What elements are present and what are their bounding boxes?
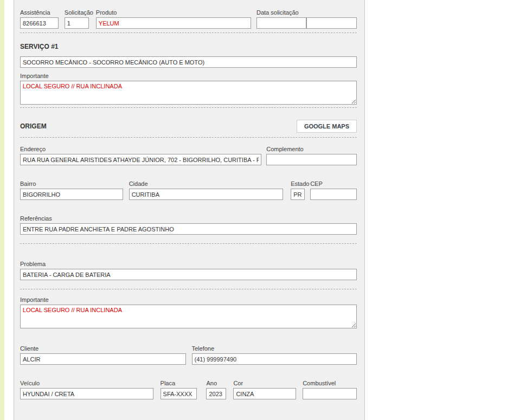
- origem-header-row: ORIGEM GOOGLE MAPS: [20, 120, 357, 133]
- bairro-row: Bairro Cidade Estado CEP: [20, 180, 357, 200]
- assistencia-label: Assistência: [20, 9, 59, 16]
- problema-input[interactable]: [20, 269, 357, 280]
- endereco-label: Endereço: [20, 146, 261, 152]
- servico-title: SERVIÇO #1: [20, 43, 357, 50]
- cep-label: CEP: [310, 180, 357, 187]
- estado-label: Estado: [291, 180, 305, 187]
- separator: [20, 243, 357, 244]
- separator: [20, 33, 357, 33]
- veiculo-row: Veículo Placa Ano Cor Combustível: [20, 380, 357, 399]
- data-solicitacao-label: Data solicitação: [256, 9, 357, 16]
- left-accent-strip: [0, 0, 4, 420]
- combustivel-input[interactable]: [303, 388, 357, 399]
- cliente-label: Cliente: [20, 345, 186, 352]
- cidade-input[interactable]: [129, 189, 283, 200]
- data-solicitacao-input-1[interactable]: [256, 17, 306, 29]
- bairro-input[interactable]: [20, 189, 123, 200]
- separator: [20, 107, 357, 108]
- origem-title: ORIGEM: [20, 122, 47, 130]
- importante-label-2: Importante: [20, 296, 357, 303]
- combustivel-label: Combustível: [303, 380, 357, 386]
- separator: [20, 137, 357, 138]
- produto-input[interactable]: [96, 17, 251, 29]
- servico-tipo-input[interactable]: [20, 56, 357, 68]
- importante-textarea-1[interactable]: LOCAL SEGURO // RUA INCLINADA: [20, 81, 357, 105]
- referencias-row: Referências: [20, 215, 357, 235]
- assistance-form-screen: Assistência Solicitação Produto Data sol…: [0, 0, 526, 420]
- form-panel: Assistência Solicitação Produto Data sol…: [14, 0, 365, 420]
- complemento-input[interactable]: [266, 154, 357, 165]
- bairro-label: Bairro: [20, 180, 123, 187]
- ano-input[interactable]: [206, 388, 226, 399]
- referencias-input[interactable]: [20, 223, 357, 235]
- produto-label: Produto: [96, 9, 251, 16]
- placa-label: Placa: [161, 380, 197, 386]
- cidade-label: Cidade: [129, 180, 283, 187]
- estado-input[interactable]: [291, 189, 305, 200]
- referencias-label: Referências: [20, 215, 357, 222]
- separator: [20, 289, 357, 289]
- solicitacao-label: Solicitação: [65, 9, 89, 16]
- cliente-input[interactable]: [20, 353, 186, 365]
- cep-input[interactable]: [310, 189, 357, 200]
- solicitacao-input[interactable]: [65, 17, 89, 29]
- google-maps-button[interactable]: GOOGLE MAPS: [297, 120, 357, 133]
- cliente-row: Cliente Telefone: [20, 345, 357, 365]
- veiculo-label: Veículo: [20, 380, 153, 386]
- cor-input[interactable]: [233, 388, 296, 399]
- ano-label: Ano: [206, 380, 226, 386]
- telefone-input[interactable]: [192, 353, 357, 365]
- importante-label-1: Importante: [20, 73, 357, 79]
- importante-textarea-2[interactable]: LOCAL SEGURO // RUA INCLINADA: [20, 305, 357, 328]
- endereco-row: Endereço Complemento: [20, 146, 357, 165]
- cor-label: Cor: [233, 380, 296, 386]
- veiculo-input[interactable]: [20, 388, 153, 399]
- assistencia-input[interactable]: [20, 17, 59, 29]
- problema-row: Problema: [20, 261, 357, 280]
- complemento-label: Complemento: [266, 146, 357, 152]
- header-row: Assistência Solicitação Produto Data sol…: [20, 9, 357, 29]
- data-solicitacao-input-2[interactable]: [306, 17, 357, 29]
- problema-label: Problema: [20, 261, 357, 267]
- placa-input[interactable]: [161, 388, 197, 399]
- telefone-label: Telefone: [192, 345, 357, 352]
- endereco-input[interactable]: [20, 154, 261, 165]
